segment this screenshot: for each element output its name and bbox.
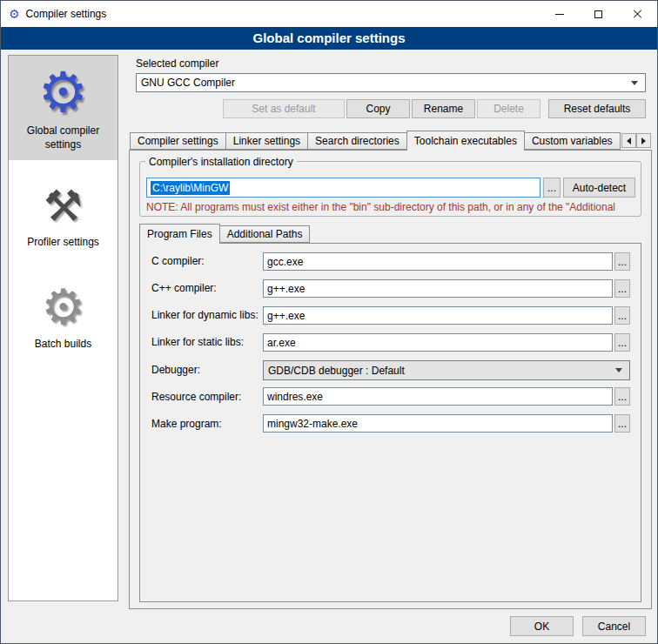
sidebar-item-label: Global compiler settings	[10, 124, 116, 151]
c-compiler-browse-button[interactable]: ...	[614, 252, 630, 271]
chevron-right-icon	[641, 138, 646, 144]
set-as-default-button[interactable]: Set as default	[223, 99, 345, 118]
gray-gear-icon: ⚙	[10, 272, 116, 335]
resource-compiler-input[interactable]	[263, 387, 613, 406]
delete-button[interactable]: Delete	[477, 99, 540, 118]
titlebar: ⚙ Compiler settings	[1, 1, 657, 27]
install-dir-selected-text: C:\raylib\MinGW	[151, 181, 230, 195]
tab-program-files[interactable]: Program Files	[139, 224, 220, 244]
static-libs-linker-label: Linker for static libs:	[151, 336, 244, 348]
debugger-select-value: GDB/CDB debugger : Default	[268, 365, 612, 377]
tab-toolchain-executables[interactable]: Toolchain executables	[406, 131, 525, 151]
close-button[interactable]	[618, 1, 657, 27]
tab-scroll-right-button[interactable]	[636, 133, 651, 148]
dynamic-libs-linker-label: Linker for dynamic libs:	[151, 309, 258, 321]
chevron-down-icon	[631, 81, 638, 85]
cpp-compiler-input[interactable]	[263, 279, 613, 298]
tab-compiler-settings[interactable]: Compiler settings	[130, 132, 226, 150]
tab-custom-variables[interactable]: Custom variables	[524, 132, 621, 150]
tab-additional-paths[interactable]: Additional Paths	[219, 225, 311, 243]
make-program-input[interactable]	[263, 414, 613, 433]
dynamic-libs-linker-browse-button[interactable]: ...	[614, 306, 630, 325]
compiler-select[interactable]: GNU GCC Compiler	[136, 73, 646, 92]
cpp-compiler-browse-button[interactable]: ...	[614, 279, 630, 298]
compiler-settings-window: ⚙ Compiler settings Global compiler sett…	[0, 0, 658, 644]
resource-compiler-browse-button[interactable]: ...	[614, 387, 630, 406]
c-compiler-input[interactable]	[263, 252, 613, 271]
tab-search-directories[interactable]: Search directories	[307, 132, 407, 150]
minimize-button[interactable]	[540, 1, 579, 27]
tab-scroll-left-button[interactable]	[621, 133, 636, 148]
cpp-compiler-label: C++ compiler:	[151, 282, 217, 294]
dialog-header: Global compiler settings	[1, 27, 657, 50]
ok-button[interactable]: OK	[510, 616, 574, 636]
debugger-select[interactable]: GDB/CDB debugger : Default	[263, 360, 630, 380]
static-libs-linker-input[interactable]	[263, 333, 613, 352]
chevron-left-icon	[627, 138, 631, 144]
sidebar-item-label: Profiler settings	[10, 236, 116, 250]
debugger-label: Debugger:	[151, 364, 200, 376]
close-icon	[633, 9, 643, 19]
tab-linker-settings[interactable]: Linker settings	[225, 132, 308, 150]
selected-compiler-label: Selected compiler	[136, 57, 218, 70]
copy-button[interactable]: Copy	[346, 99, 410, 118]
autodetect-button[interactable]: Auto-detect	[563, 178, 635, 198]
sidebar-item-global-compiler-settings[interactable]: ⚙ Global compiler settings	[9, 56, 118, 160]
install-dir-input[interactable]: C:\raylib\MinGW	[146, 178, 540, 198]
reset-defaults-button[interactable]: Reset defaults	[548, 99, 646, 118]
rename-button[interactable]: Rename	[412, 99, 475, 118]
chevron-down-icon	[615, 368, 622, 372]
make-program-browse-button[interactable]: ...	[614, 414, 630, 433]
sidebar-item-batch-builds[interactable]: ⚙ Batch builds	[9, 269, 118, 360]
sidebar-item-profiler-settings[interactable]: ⚒ Profiler settings	[9, 171, 118, 258]
dynamic-libs-linker-input[interactable]	[263, 306, 613, 325]
gear-icon: ⚙	[10, 59, 116, 122]
maximize-button[interactable]	[579, 1, 618, 27]
app-gear-icon: ⚙	[9, 8, 20, 20]
cancel-button[interactable]: Cancel	[582, 616, 646, 636]
window-controls	[540, 1, 657, 27]
minimize-icon	[555, 14, 564, 15]
static-libs-linker-browse-button[interactable]: ...	[614, 333, 630, 352]
resource-compiler-label: Resource compiler:	[151, 391, 241, 403]
maximize-icon	[594, 10, 602, 18]
sidebar-item-label: Batch builds	[10, 338, 116, 352]
install-dir-browse-button[interactable]: ...	[543, 178, 561, 198]
hammer-icon: ⚒	[10, 174, 116, 233]
window-title: Compiler settings	[26, 8, 107, 20]
settings-sidebar: ⚙ Global compiler settings ⚒ Profiler se…	[8, 55, 118, 601]
program-tabstrip: Program Files Additional Paths	[139, 224, 487, 244]
make-program-label: Make program:	[151, 418, 222, 430]
compiler-select-value: GNU GCC Compiler	[141, 77, 628, 89]
installation-directory-group-label: Compiler's installation directory	[145, 156, 297, 168]
tab-build-options[interactable]: Buil	[620, 132, 621, 150]
install-dir-note: NOTE: All programs must exist either in …	[146, 201, 649, 214]
compiler-tabstrip: Compiler settings Linker settings Search…	[130, 131, 621, 151]
c-compiler-label: C compiler:	[151, 255, 205, 267]
